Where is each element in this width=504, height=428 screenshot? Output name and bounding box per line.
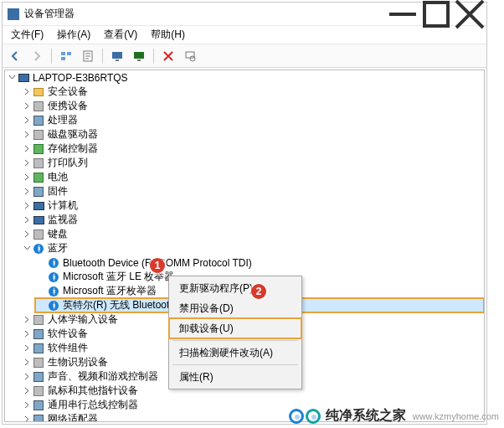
nav-forward-button[interactable] bbox=[28, 47, 46, 65]
titlebar: 设备管理器 bbox=[3, 3, 486, 26]
show-tree-button[interactable] bbox=[57, 47, 75, 65]
menu-view[interactable]: 查看(V) bbox=[99, 26, 142, 44]
tree-category[interactable]: 打印队列 bbox=[20, 156, 484, 170]
device-icon bbox=[32, 228, 45, 241]
tree-category[interactable]: 监视器 bbox=[20, 213, 484, 227]
annotation-marker-2: 2 bbox=[251, 284, 266, 299]
expand-toggle[interactable] bbox=[22, 358, 32, 366]
annotation-marker-1: 1 bbox=[150, 258, 165, 273]
watermark-icon bbox=[289, 409, 321, 424]
menu-action[interactable]: 操作(A) bbox=[52, 26, 95, 44]
expand-toggle[interactable] bbox=[22, 202, 32, 209]
device-icon bbox=[32, 356, 45, 369]
tree-category[interactable]: 磁盘驱动器 bbox=[20, 127, 484, 142]
tree-item-label: LAPTOP-E3B6RTQS bbox=[33, 72, 128, 84]
expand-toggle[interactable] bbox=[22, 330, 32, 338]
menu-help[interactable]: 帮助(H) bbox=[146, 26, 190, 44]
tree-item-label: 软件组件 bbox=[48, 341, 88, 355]
close-button[interactable] bbox=[453, 3, 486, 25]
device-icon bbox=[32, 114, 45, 127]
app-icon bbox=[8, 8, 19, 20]
tree-category[interactable]: 便携设备 bbox=[20, 99, 484, 113]
tree-category[interactable]: 处理器 bbox=[20, 113, 484, 127]
bluetooth-icon: ᚼ bbox=[47, 299, 60, 312]
tree-category[interactable]: 电池 bbox=[20, 170, 484, 184]
expand-toggle[interactable] bbox=[22, 316, 32, 323]
device-icon bbox=[32, 85, 45, 99]
watermark-url: www.kzmyhome.com bbox=[413, 411, 499, 421]
tree-category-bluetooth[interactable]: ᚼ蓝牙 bbox=[20, 241, 484, 255]
expand-toggle[interactable] bbox=[22, 88, 32, 95]
expand-toggle[interactable] bbox=[22, 102, 32, 110]
menu-file[interactable]: 文件(F) bbox=[6, 26, 49, 44]
separator bbox=[51, 49, 52, 64]
tree-item-label: 键盘 bbox=[48, 227, 68, 241]
device-icon bbox=[32, 342, 45, 355]
scan-hardware-button[interactable] bbox=[181, 47, 199, 65]
ctx-update-driver[interactable]: 更新驱动程序(P) bbox=[169, 278, 301, 298]
expand-toggle[interactable] bbox=[22, 116, 32, 124]
tree-item-label: 计算机 bbox=[48, 199, 78, 213]
svg-rect-1 bbox=[61, 52, 65, 55]
bluetooth-icon: ᚼ bbox=[32, 242, 45, 255]
tree-item-label: 安全设备 bbox=[48, 85, 88, 99]
expand-toggle[interactable] bbox=[22, 387, 32, 394]
svg-rect-5 bbox=[112, 52, 122, 59]
expand-toggle[interactable] bbox=[22, 131, 32, 138]
expand-toggle[interactable] bbox=[22, 188, 32, 195]
device-icon bbox=[17, 71, 30, 85]
tree-item-label: 蓝牙 bbox=[48, 241, 68, 255]
bluetooth-icon: ᚼ bbox=[47, 285, 60, 298]
device-icon bbox=[32, 128, 45, 142]
tree-root-computer[interactable]: LAPTOP-E3B6RTQS bbox=[5, 70, 484, 85]
expand-toggle[interactable] bbox=[22, 344, 32, 352]
ctx-uninstall-device[interactable]: 卸载设备(U) bbox=[169, 318, 301, 338]
view-b-button[interactable] bbox=[130, 47, 148, 65]
svg-rect-0 bbox=[424, 3, 448, 26]
tree-category[interactable]: 安全设备 bbox=[20, 85, 484, 99]
tree-item-label: 便携设备 bbox=[48, 99, 88, 113]
expand-toggle[interactable] bbox=[22, 145, 32, 152]
device-icon bbox=[32, 327, 45, 341]
ctx-separator bbox=[172, 364, 298, 365]
properties-button[interactable] bbox=[79, 47, 97, 65]
expand-toggle[interactable] bbox=[22, 245, 32, 252]
minimize-button[interactable] bbox=[386, 3, 419, 25]
ctx-scan-hardware[interactable]: 扫描检测硬件改动(A) bbox=[169, 343, 301, 363]
tree-category[interactable]: 计算机 bbox=[20, 199, 484, 213]
ctx-disable-device[interactable]: 禁用设备(D) bbox=[169, 298, 301, 318]
uninstall-button[interactable] bbox=[159, 47, 177, 65]
maximize-button[interactable] bbox=[419, 3, 453, 25]
device-icon bbox=[32, 199, 45, 213]
tree-item-label: 电池 bbox=[48, 170, 68, 184]
device-icon bbox=[32, 142, 45, 156]
tree-item-label: 人体学输入设备 bbox=[48, 312, 118, 327]
expand-toggle[interactable] bbox=[22, 401, 32, 409]
tree-item-label: 固件 bbox=[48, 184, 68, 199]
device-tree[interactable]: LAPTOP-E3B6RTQS安全设备便携设备处理器磁盘驱动器存储控制器打印队列… bbox=[4, 70, 485, 422]
expand-toggle[interactable] bbox=[22, 216, 32, 224]
context-menu: 更新驱动程序(P) 禁用设备(D) 卸载设备(U) 扫描检测硬件改动(A) 属性… bbox=[168, 276, 302, 389]
expand-toggle[interactable] bbox=[22, 415, 32, 422]
tree-item-label: 网络适配器 bbox=[48, 412, 98, 422]
expand-toggle[interactable] bbox=[22, 159, 32, 167]
window-title: 设备管理器 bbox=[24, 7, 75, 21]
bluetooth-device[interactable]: ᚼBluetooth Device (RFCOMM Protocol TDI) bbox=[35, 255, 484, 270]
tree-item-label: 通用串行总线控制器 bbox=[48, 398, 138, 412]
device-icon bbox=[32, 399, 45, 412]
tree-category[interactable]: 存储控制器 bbox=[20, 142, 484, 156]
tree-item-label: 处理器 bbox=[48, 113, 78, 127]
expand-toggle[interactable] bbox=[22, 230, 32, 238]
tree-category[interactable]: 固件 bbox=[20, 184, 484, 199]
ctx-properties[interactable]: 属性(R) bbox=[169, 367, 301, 387]
bluetooth-icon: ᚼ bbox=[47, 256, 60, 270]
expand-toggle[interactable] bbox=[22, 373, 32, 380]
expand-toggle[interactable] bbox=[7, 74, 17, 81]
expand-toggle[interactable] bbox=[22, 173, 32, 181]
view-a-button[interactable] bbox=[108, 47, 126, 65]
watermark-site: 纯净系统之家 bbox=[326, 407, 406, 425]
menubar: 文件(F) 操作(A) 查看(V) 帮助(H) bbox=[3, 26, 486, 44]
nav-back-button[interactable] bbox=[6, 47, 24, 65]
tree-category[interactable]: 键盘 bbox=[20, 227, 484, 241]
bluetooth-icon: ᚼ bbox=[47, 271, 60, 284]
